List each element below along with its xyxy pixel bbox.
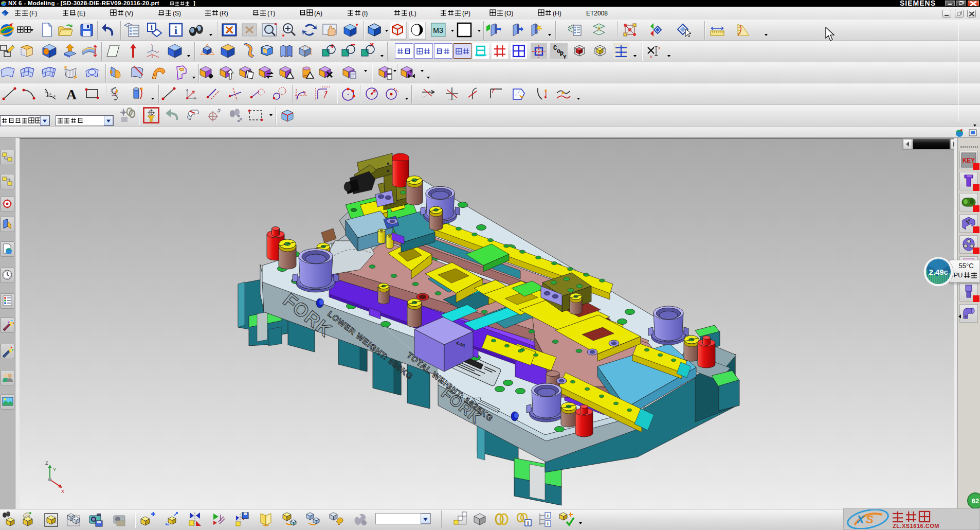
svg-text:S: S bbox=[866, 513, 874, 526]
svg-text:62: 62 bbox=[972, 497, 979, 505]
svg-text:X: X bbox=[61, 489, 64, 494]
svg-text:Y: Y bbox=[53, 467, 56, 472]
svg-text:i: i bbox=[528, 520, 529, 526]
svg-text:Z: Z bbox=[45, 461, 48, 466]
svg-text:X: X bbox=[856, 513, 865, 526]
